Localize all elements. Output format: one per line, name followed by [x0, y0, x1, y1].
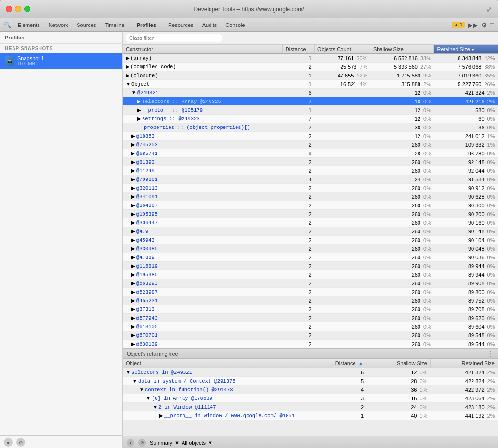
constructor-name: settings :: @249323 [142, 116, 200, 122]
clear-button[interactable]: ⊘ [16, 438, 25, 447]
nav-sources[interactable]: Sources [73, 21, 100, 29]
cell-distance: 2 [282, 253, 314, 262]
tree-arrow[interactable]: ▶ [131, 211, 135, 217]
cell-distance: 2 [282, 236, 314, 244]
tree-arrow[interactable]: ▶ [131, 333, 135, 338]
tree-arrow[interactable]: ▶ [131, 177, 135, 182]
tree-arrow[interactable]: ▶ [131, 307, 135, 312]
tree-arrow[interactable]: ▶ [131, 220, 135, 225]
tree-arrow[interactable]: ▼ [131, 90, 136, 95]
tree-arrow[interactable]: ▶ [131, 298, 135, 303]
nav-bar: 🔍 Elements Network Sources Timeline Prof… [0, 18, 498, 32]
nav-audits[interactable]: Audits [198, 21, 221, 29]
tree-arrow[interactable]: ▶ [137, 99, 141, 104]
bottom-constructor-name: 2 in Window @111147 [158, 404, 216, 410]
cell-distance: 2 [282, 158, 314, 166]
cell-distance: 2 [282, 244, 314, 253]
tree-arrow-bottom[interactable]: ▶ [159, 413, 163, 418]
nav-timeline[interactable]: Timeline [101, 21, 129, 29]
tree-arrow[interactable]: ▶ [131, 341, 135, 346]
sidebar-header: Profiles [0, 32, 122, 44]
tree-arrow-bottom[interactable]: ▼ [153, 404, 157, 410]
tree-arrow[interactable]: ▶ [126, 55, 130, 61]
tree-arrow[interactable]: ▶ [126, 73, 130, 78]
tree-arrow[interactable]: ▶ [131, 142, 135, 147]
devtools-window: Developer Tools – https://www.google.com… [0, 0, 498, 448]
resize-icon[interactable]: ⤢ [486, 5, 492, 13]
th-distance[interactable]: Distance [282, 45, 314, 54]
cell-objects [315, 244, 370, 253]
tree-arrow-bottom[interactable]: ▼ [132, 378, 137, 384]
tree-arrow[interactable]: ▶ [131, 194, 135, 199]
snapshot-item[interactable]: 📷 Snapshot 1 19.0 MB [0, 53, 122, 69]
tree-arrow-bottom[interactable]: ▼ [146, 396, 151, 401]
th-objects[interactable]: Objects Count [315, 45, 370, 54]
bottom-table-container[interactable]: Object Distance ▲ Shallow Size Retained … [123, 359, 498, 436]
bth-distance[interactable]: Distance ▲ [329, 359, 367, 368]
cell-shallow: 5 393 560 27% [370, 63, 434, 71]
nav-resources[interactable]: Resources [164, 21, 197, 29]
tree-arrow[interactable]: ▶ [137, 107, 141, 113]
search-icon[interactable]: 🔍 [4, 22, 11, 28]
nav-elements[interactable]: Elements [14, 21, 44, 29]
tree-arrow[interactable]: ▼ [126, 81, 131, 87]
tree-arrow-bottom[interactable]: ▼ [139, 387, 144, 392]
tree-arrow[interactable]: ▶ [131, 237, 135, 243]
status-record-button[interactable]: ● [127, 439, 134, 447]
record-button[interactable]: ● [4, 438, 13, 447]
cell-constructor: ▶@364807 [123, 201, 282, 210]
minimize-button[interactable] [15, 6, 21, 12]
cell-retained: 89 944 0% [434, 270, 498, 279]
retaining-tree-header: Object's retaining tree ⋮ [123, 348, 498, 359]
constructor-name: selectors :: Array @249325 [142, 99, 221, 104]
tree-arrow[interactable]: ▶ [131, 289, 135, 294]
status-clear-button[interactable]: ⊘ [138, 439, 146, 447]
bcell-retained: 423 064 2% [430, 394, 498, 403]
bth-shallow[interactable]: Shallow Size [367, 359, 430, 368]
bottom-constructor-name: data in system / Context @291375 [138, 378, 236, 384]
dock-icon[interactable]: □ [490, 21, 494, 29]
tree-arrow[interactable]: ▶ [131, 229, 135, 234]
nav-console[interactable]: Console [222, 21, 249, 29]
nav-network[interactable]: Network [45, 21, 72, 29]
cell-shallow: 260 0% [370, 340, 434, 348]
maximize-button[interactable] [24, 6, 30, 12]
tree-arrow[interactable]: ▶ [131, 151, 135, 156]
tree-arrow[interactable]: ▶ [131, 185, 135, 191]
cell-distance: 2 [282, 270, 314, 279]
settings-icon[interactable]: ⚙ [481, 21, 487, 29]
tree-arrow[interactable]: ▶ [131, 246, 135, 251]
step-over-icon[interactable]: ▶▶ [468, 21, 478, 29]
tree-arrow[interactable]: ▶ [131, 263, 135, 269]
tree-arrow[interactable]: ▶ [131, 281, 135, 286]
tree-arrow[interactable]: ▶ [131, 203, 135, 208]
cell-shallow: 260 0% [370, 158, 434, 166]
class-filter-input[interactable] [126, 34, 222, 42]
cell-constructor: ▶settings :: @249323 [123, 115, 282, 123]
bth-retained[interactable]: Retained Size [430, 359, 498, 368]
tree-arrow[interactable]: ▶ [131, 315, 135, 320]
cell-retained: 89 604 0% [434, 322, 498, 331]
th-retained[interactable]: Retained Size [434, 45, 498, 54]
tree-arrow[interactable]: ▶ [137, 116, 141, 121]
cell-distance: 7 [282, 123, 314, 132]
cell-retained: 90 148 0% [434, 227, 498, 236]
tree-arrow[interactable]: ▶ [126, 64, 130, 69]
close-button[interactable] [6, 6, 12, 12]
constructor-name: @745253 [136, 142, 157, 148]
bcell-distance: 4 [329, 385, 367, 394]
tree-arrow[interactable]: ▶ [131, 168, 135, 173]
bth-object[interactable]: Object [123, 359, 329, 368]
tree-arrow[interactable]: ▶ [131, 272, 135, 277]
tree-arrow[interactable]: ▶ [131, 133, 135, 139]
main-table-container[interactable]: Constructor Distance Objects Count Shall… [123, 45, 498, 348]
constructor-name: @47889 [136, 255, 155, 260]
tree-arrow-bottom[interactable]: ▼ [126, 370, 131, 375]
th-shallow[interactable]: Shallow Size [370, 45, 434, 54]
nav-profiles[interactable]: Profiles [133, 21, 160, 29]
tree-arrow[interactable]: ▶ [131, 255, 135, 260]
cell-shallow: 315 888 2% [370, 80, 434, 89]
th-constructor[interactable]: Constructor [123, 45, 282, 54]
tree-arrow[interactable]: ▶ [131, 324, 135, 329]
tree-arrow[interactable]: ▶ [131, 159, 135, 165]
